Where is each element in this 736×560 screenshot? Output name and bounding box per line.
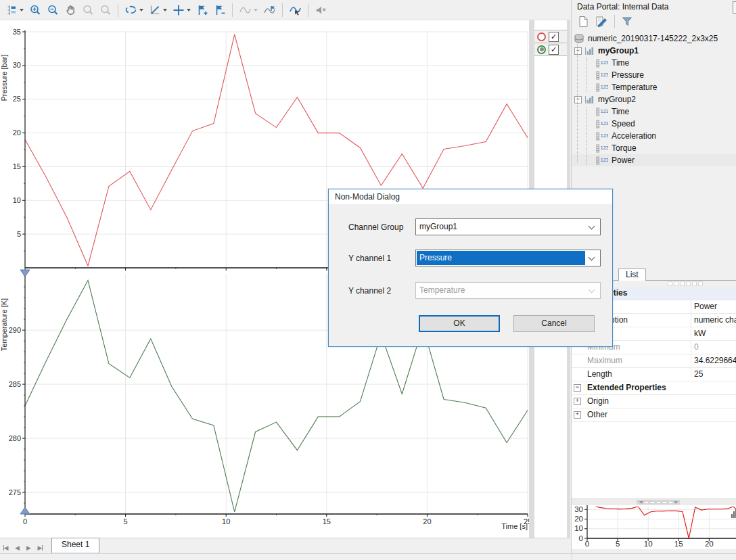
curve-select-icon[interactable] bbox=[122, 2, 145, 18]
zoom-undo-icon bbox=[97, 2, 114, 18]
svg-text:123: 123 bbox=[601, 156, 609, 162]
filter-icon[interactable] bbox=[619, 14, 635, 30]
tree-item-torque[interactable]: 123Torque bbox=[572, 142, 736, 154]
curve-visibility-checkbox[interactable]: ✓ bbox=[549, 45, 559, 55]
panel-options-button[interactable] bbox=[733, 1, 736, 14]
property-group-origin[interactable]: +Origin bbox=[572, 395, 736, 409]
tab-list[interactable]: List bbox=[618, 269, 646, 281]
curve-marker-icon bbox=[537, 32, 546, 41]
set-flag-icon[interactable] bbox=[194, 2, 210, 18]
tree-item-mygroup1[interactable]: −myGroup1 bbox=[572, 45, 736, 57]
svg-text:280: 280 bbox=[9, 434, 21, 442]
group-label: Origin bbox=[587, 395, 609, 408]
new-file-icon[interactable] bbox=[575, 14, 591, 30]
property-value[interactable]: 25 bbox=[694, 368, 703, 381]
tree-item-label: Torque bbox=[612, 143, 637, 153]
channel-group-icon bbox=[584, 47, 595, 55]
y-channel-1-combobox[interactable]: Pressure bbox=[415, 250, 601, 266]
expand-icon[interactable]: + bbox=[574, 411, 581, 419]
sheet-nav-buttons: ◀◀▶▶ bbox=[0, 542, 46, 554]
sheet-nav-prev-button[interactable]: ◀ bbox=[12, 542, 23, 554]
svg-text:0: 0 bbox=[585, 540, 589, 548]
y-channel-1-value: Pressure bbox=[417, 251, 585, 265]
numeric-channel-icon: 123 bbox=[596, 156, 608, 165]
chevron-down-icon bbox=[589, 287, 595, 294]
scale-axes-icon[interactable] bbox=[147, 2, 169, 18]
svg-text:290: 290 bbox=[9, 326, 21, 334]
collapse-icon[interactable]: − bbox=[574, 47, 582, 55]
pan-icon[interactable] bbox=[62, 2, 78, 18]
tree-item-numeric-20190317-145222-2x3x25[interactable]: numeric_20190317-145222_2x3x25 bbox=[572, 32, 736, 45]
dropdown-arrow-icon[interactable] bbox=[20, 9, 24, 11]
crosshair-cursor-icon[interactable] bbox=[170, 2, 193, 18]
sheet-nav-first-button[interactable]: ◀ bbox=[0, 542, 12, 554]
tree-item-time[interactable]: 123Time bbox=[572, 106, 736, 118]
zoom-in-icon[interactable] bbox=[27, 2, 43, 18]
numeric-channel-icon: 123 bbox=[596, 108, 608, 116]
channel-group-combobox[interactable]: myGroup1 bbox=[415, 218, 601, 235]
property-value[interactable]: Power bbox=[694, 300, 717, 313]
svg-text:123: 123 bbox=[601, 71, 609, 77]
expand-icon[interactable]: + bbox=[574, 398, 581, 405]
svg-text:123: 123 bbox=[601, 132, 609, 138]
tree-item-acceleration[interactable]: 123Acceleration bbox=[572, 130, 736, 142]
sheet-nav-last-button[interactable]: ▶ bbox=[34, 542, 46, 554]
property-value[interactable]: kW bbox=[694, 327, 706, 340]
status-bar bbox=[0, 553, 736, 560]
curve-visibility-checkbox[interactable]: ✓ bbox=[549, 32, 559, 42]
display-mode-icon[interactable] bbox=[3, 2, 26, 18]
cancel-button[interactable]: Cancel bbox=[513, 315, 595, 332]
group-label: Other bbox=[587, 409, 607, 421]
svg-text:275: 275 bbox=[9, 488, 21, 496]
tree-item-speed[interactable]: 123Speed bbox=[572, 118, 736, 130]
y-channel-2-label: Y channel 2 bbox=[348, 286, 391, 296]
tree-item-temperature[interactable]: 123Temperature bbox=[572, 81, 736, 93]
zoom-out-icon[interactable] bbox=[45, 2, 61, 18]
drag-curve-icon[interactable] bbox=[287, 2, 304, 18]
tree-item-time[interactable]: 123Time bbox=[572, 57, 736, 69]
property-group-other[interactable]: +Other bbox=[572, 409, 736, 422]
dropdown-arrow-icon[interactable] bbox=[187, 9, 191, 11]
tree-item-label: Speed bbox=[612, 119, 635, 129]
collapse-icon[interactable]: − bbox=[574, 96, 582, 103]
property-value[interactable]: 0 bbox=[694, 341, 699, 354]
edit-portal-icon[interactable] bbox=[593, 14, 610, 30]
svg-text:123: 123 bbox=[601, 83, 609, 89]
toolbar-separator bbox=[282, 3, 283, 17]
collapse-icon[interactable]: − bbox=[574, 384, 581, 392]
dropdown-arrow-icon[interactable] bbox=[163, 9, 167, 11]
remove-flag-icon[interactable] bbox=[212, 2, 228, 18]
ok-button[interactable]: OK bbox=[419, 315, 500, 332]
panel-gripper[interactable] bbox=[668, 281, 704, 286]
tree-item-mygroup2[interactable]: −myGroup2 bbox=[572, 93, 736, 106]
flag-curve-icon[interactable] bbox=[261, 2, 278, 18]
band-cursor-bottom-icon[interactable] bbox=[20, 507, 30, 514]
sheet-tab[interactable]: Sheet 1 bbox=[51, 538, 99, 554]
preview-chart[interactable]: 010203005101520 bbox=[572, 505, 736, 549]
toolbar-separator bbox=[232, 3, 233, 17]
data-portal-toolbar bbox=[574, 14, 636, 30]
splitter-grip[interactable] bbox=[637, 500, 680, 505]
section-label: Extended Properties bbox=[587, 381, 666, 394]
y-channel-2-value: Temperature bbox=[419, 285, 582, 296]
band-cursor-top-icon[interactable] bbox=[20, 270, 30, 277]
channel-preview[interactable]: 010203005101520 bbox=[572, 505, 736, 549]
tree-item-label: Pressure bbox=[612, 70, 644, 80]
numeric-channel-icon: 123 bbox=[596, 144, 608, 153]
tree-item-power[interactable]: 123Power bbox=[572, 154, 736, 166]
sheet-nav-next-button[interactable]: ▶ bbox=[23, 542, 34, 554]
tree-item-pressure[interactable]: 123Pressure bbox=[572, 69, 736, 81]
y-channel-1-label: Y channel 1 bbox=[348, 254, 391, 263]
svg-text:Pressure [bar]: Pressure [bar] bbox=[0, 54, 8, 101]
property-row-maximum[interactable]: Maximum34.62296641 bbox=[572, 354, 736, 368]
section-extended-properties[interactable]: −Extended Properties bbox=[572, 381, 736, 395]
property-row-length[interactable]: Length25 bbox=[572, 368, 736, 381]
tree-item-label: Temperature bbox=[612, 83, 657, 92]
dropdown-arrow-icon[interactable] bbox=[254, 9, 258, 11]
dropdown-arrow-icon[interactable] bbox=[139, 9, 143, 11]
property-value[interactable]: numeric cha bbox=[694, 314, 736, 327]
chevron-down-icon bbox=[589, 223, 595, 230]
non-modal-dialog: Non-Modal Dialog Channel Group myGroup1 … bbox=[328, 189, 613, 347]
property-value[interactable]: 34.62296641 bbox=[694, 354, 736, 367]
property-label: Length bbox=[587, 368, 612, 381]
